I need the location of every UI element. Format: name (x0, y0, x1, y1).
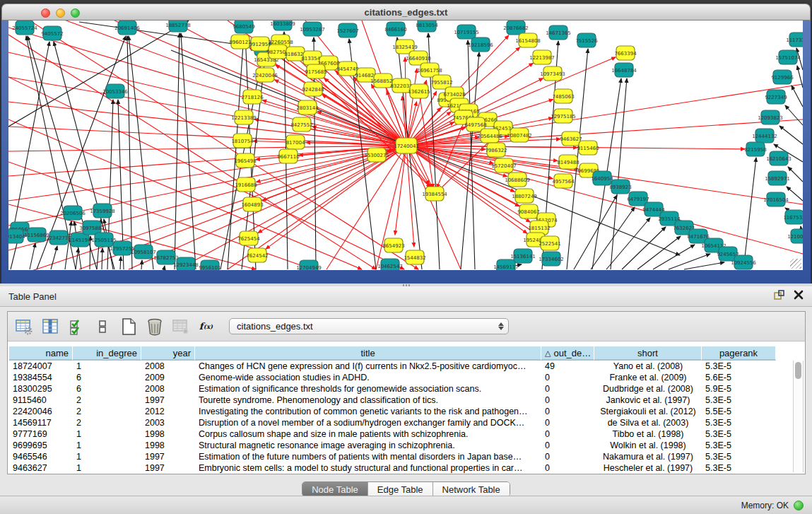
graph-node[interactable]: 10953287 (300, 22, 325, 36)
graph-node[interactable]: 10462547 (377, 259, 403, 270)
graph-node[interactable]: 12093823 (758, 110, 783, 124)
graph-node[interactable]: 10719155 (454, 25, 479, 39)
graph-node[interactable]: 12342737 (46, 230, 71, 245)
graph-node[interactable]: 9175685 (305, 64, 326, 78)
graph-node[interactable]: 17240041 (394, 138, 419, 153)
graph-node[interactable]: 9129966 (771, 70, 794, 84)
graph-node[interactable]: 19218596 (468, 37, 493, 52)
graph-node[interactable]: 1362615 (408, 84, 430, 98)
graph-node[interactable]: 14569117 (493, 259, 519, 270)
graph-node[interactable]: 16154808 (515, 33, 541, 47)
graph-node[interactable]: 8149488 (557, 155, 579, 169)
graph-node[interactable]: 19384554 (422, 187, 447, 201)
graph-node[interactable]: 8960123 (229, 35, 251, 49)
graph-node[interactable]: 8813054 (416, 21, 438, 32)
network-window-titlebar[interactable]: citations_edges.txt (1, 4, 811, 21)
graph-node[interactable]: 10958107 (131, 245, 156, 259)
graph-node[interactable]: 10807482 (507, 128, 532, 142)
graph-node[interactable]: 2522541 (539, 236, 560, 250)
graph-node[interactable]: 1604893 (241, 197, 263, 211)
graph-node[interactable]: 9680549 (233, 21, 254, 33)
graph-node[interactable]: 1965498 (234, 153, 256, 168)
graph-node[interactable]: 7625454 (237, 231, 260, 245)
float-window-icon[interactable] (774, 290, 785, 303)
graph-node[interactable]: 3913404 (8, 229, 25, 243)
graph-node[interactable]: 12444132 (752, 129, 777, 143)
table-row[interactable]: 977716911998Corpus callosum shape and si… (9, 428, 805, 440)
graph-node[interactable]: 17359928 (90, 204, 115, 218)
table-row[interactable]: 1830029562008Estimation of significance … (9, 383, 805, 395)
graph-node[interactable]: 10924556 (731, 255, 756, 269)
graph-node[interactable]: 16210643 (766, 151, 792, 165)
graph-node[interactable]: 16648784 (611, 63, 637, 77)
tab-network-table[interactable]: Network Table (433, 482, 510, 496)
graph-node[interactable]: 8654923 (382, 238, 404, 252)
graph-node[interactable]: 1810754 (231, 134, 254, 148)
graph-node[interactable]: 16033809 (270, 21, 295, 30)
graph-node[interactable]: 14671365 (546, 25, 571, 40)
graph-node[interactable]: 9242848 (302, 82, 324, 96)
table-row[interactable]: 2242004622012Investigating the contribut… (9, 406, 805, 417)
column-header-short[interactable]: short (594, 346, 702, 361)
graph-node[interactable]: 2803144 (296, 100, 319, 115)
column-header-name[interactable]: name (9, 346, 73, 361)
table-scrollbar[interactable] (793, 361, 804, 472)
graph-node[interactable]: 15720407 (491, 158, 517, 173)
row-height-icon[interactable] (93, 317, 112, 337)
table-settings-icon[interactable] (14, 317, 34, 337)
table-row[interactable]: 1872400712008Changes of HCN gene express… (9, 361, 805, 372)
column-header-year[interactable]: year (141, 346, 195, 361)
graph-node[interactable]: 8427552 (290, 117, 312, 132)
network-canvas[interactable]: 2405572494055722069140618852778968054916… (8, 21, 803, 270)
graph-node[interactable]: 9405572 (41, 26, 63, 40)
graph-node[interactable]: 15751074 (775, 50, 801, 64)
table-row[interactable]: 1938455462009Genome-wide association stu… (9, 372, 805, 383)
column-header-title[interactable]: title (195, 346, 541, 361)
graph-node[interactable]: 17334602 (539, 252, 564, 266)
resize-grip-icon[interactable] (790, 259, 801, 269)
graph-node[interactable]: 12213389 (231, 110, 257, 124)
graph-node[interactable]: 7515526 (575, 33, 598, 47)
graph-node[interactable]: 9115460 (577, 141, 599, 155)
select-rows-icon[interactable] (66, 317, 86, 337)
graph-node[interactable]: 10688609 (505, 173, 530, 187)
graph-node[interactable]: 4957564 (552, 174, 575, 188)
graph-node[interactable]: 8215958 (744, 142, 766, 156)
graph-node[interactable]: 10973493 (540, 66, 565, 81)
tab-node-table[interactable]: Node Table (302, 482, 368, 496)
graph-node[interactable]: 20206506 (60, 206, 86, 220)
graph-node[interactable]: 18852778 (165, 21, 191, 32)
graph-node[interactable]: 20564486 (477, 129, 502, 143)
tab-edge-table[interactable]: Edge Table (368, 482, 433, 496)
graph-node[interactable]: 7986322 (485, 143, 507, 157)
delete-entries-icon[interactable] (145, 317, 165, 337)
table-row[interactable]: 946362711997Embryonic stem cells: a mode… (9, 462, 805, 474)
network-view[interactable]: 2405572494055722069140618852778968054916… (8, 21, 803, 270)
graph-node[interactable]: 24055724 (12, 21, 37, 35)
graph-node[interactable]: 20053346 (102, 84, 128, 98)
column-header-out_de[interactable]: △out_de… (541, 346, 594, 361)
column-header-in_degree[interactable]: in_degree (73, 346, 141, 361)
table-row[interactable]: 969969511998Structural magnetic resonanc… (9, 440, 805, 451)
graph-node[interactable]: 9667110 (277, 149, 299, 163)
graph-node[interactable]: 12100454 (787, 229, 803, 243)
table-row[interactable]: 1456911722003Disruption of a novel membe… (9, 417, 805, 428)
graph-node[interactable]: 8938923 (609, 180, 631, 194)
graph-node[interactable]: 7663394 (614, 46, 637, 60)
graph-node[interactable]: 1544832 (404, 250, 425, 264)
function-builder-icon[interactable]: f (x) (197, 317, 217, 337)
column-header-pagerank[interactable]: pagerank (702, 346, 776, 361)
graph-node[interactable]: 817004 (286, 135, 305, 149)
new-table-icon[interactable] (119, 317, 139, 337)
graph-node[interactable]: 1167532 (783, 210, 803, 224)
graph-node[interactable]: 8466160 (384, 22, 406, 36)
table-row[interactable]: 911546021997Tourette syndrome. Phenomeno… (9, 395, 805, 406)
graph-node[interactable]: 12704949 (296, 260, 322, 270)
graph-node[interactable]: 17016504 (763, 192, 789, 206)
graph-node[interactable]: 22420046 (252, 68, 278, 82)
table-row[interactable]: 946554611997Estimation of the future num… (9, 451, 805, 462)
graph-node[interactable]: 2718126 (241, 90, 264, 104)
graph-node[interactable]: 9227349 (765, 90, 787, 104)
graph-node[interactable]: 9084067 (517, 204, 539, 218)
panel-divider[interactable] (0, 284, 812, 286)
